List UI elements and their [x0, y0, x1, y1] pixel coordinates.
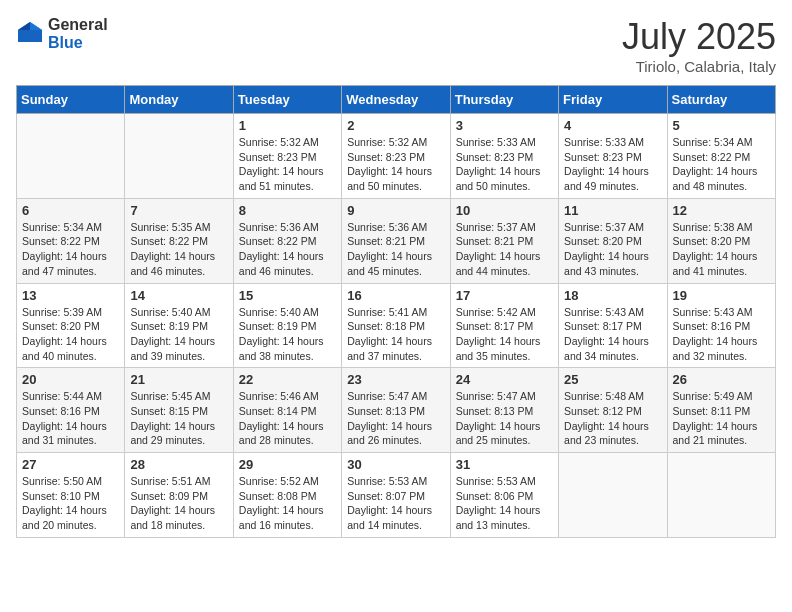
- calendar-header-sunday: Sunday: [17, 86, 125, 114]
- calendar-week-row: 27Sunrise: 5:50 AMSunset: 8:10 PMDayligh…: [17, 453, 776, 538]
- calendar-cell: 23Sunrise: 5:47 AMSunset: 8:13 PMDayligh…: [342, 368, 450, 453]
- cell-text: Sunrise: 5:36 AMSunset: 8:22 PMDaylight:…: [239, 220, 336, 279]
- calendar-cell: 7Sunrise: 5:35 AMSunset: 8:22 PMDaylight…: [125, 198, 233, 283]
- calendar-cell: [125, 114, 233, 199]
- day-number: 6: [22, 203, 119, 218]
- calendar-cell: 1Sunrise: 5:32 AMSunset: 8:23 PMDaylight…: [233, 114, 341, 199]
- calendar-cell: 19Sunrise: 5:43 AMSunset: 8:16 PMDayligh…: [667, 283, 775, 368]
- calendar-cell: 27Sunrise: 5:50 AMSunset: 8:10 PMDayligh…: [17, 453, 125, 538]
- cell-text: Sunrise: 5:48 AMSunset: 8:12 PMDaylight:…: [564, 389, 661, 448]
- cell-text: Sunrise: 5:35 AMSunset: 8:22 PMDaylight:…: [130, 220, 227, 279]
- calendar-cell: 31Sunrise: 5:53 AMSunset: 8:06 PMDayligh…: [450, 453, 558, 538]
- cell-text: Sunrise: 5:52 AMSunset: 8:08 PMDaylight:…: [239, 474, 336, 533]
- calendar-cell: [559, 453, 667, 538]
- calendar-cell: 30Sunrise: 5:53 AMSunset: 8:07 PMDayligh…: [342, 453, 450, 538]
- day-number: 15: [239, 288, 336, 303]
- cell-text: Sunrise: 5:32 AMSunset: 8:23 PMDaylight:…: [239, 135, 336, 194]
- day-number: 12: [673, 203, 770, 218]
- cell-text: Sunrise: 5:43 AMSunset: 8:17 PMDaylight:…: [564, 305, 661, 364]
- cell-text: Sunrise: 5:44 AMSunset: 8:16 PMDaylight:…: [22, 389, 119, 448]
- day-number: 13: [22, 288, 119, 303]
- cell-text: Sunrise: 5:39 AMSunset: 8:20 PMDaylight:…: [22, 305, 119, 364]
- cell-text: Sunrise: 5:36 AMSunset: 8:21 PMDaylight:…: [347, 220, 444, 279]
- cell-text: Sunrise: 5:45 AMSunset: 8:15 PMDaylight:…: [130, 389, 227, 448]
- calendar-header-tuesday: Tuesday: [233, 86, 341, 114]
- calendar-cell: 24Sunrise: 5:47 AMSunset: 8:13 PMDayligh…: [450, 368, 558, 453]
- day-number: 27: [22, 457, 119, 472]
- day-number: 9: [347, 203, 444, 218]
- day-number: 2: [347, 118, 444, 133]
- day-number: 23: [347, 372, 444, 387]
- calendar-header-wednesday: Wednesday: [342, 86, 450, 114]
- calendar-table: SundayMondayTuesdayWednesdayThursdayFrid…: [16, 85, 776, 538]
- cell-text: Sunrise: 5:40 AMSunset: 8:19 PMDaylight:…: [130, 305, 227, 364]
- calendar-cell: [17, 114, 125, 199]
- logo-general-text: General: [48, 16, 108, 33]
- cell-text: Sunrise: 5:33 AMSunset: 8:23 PMDaylight:…: [456, 135, 553, 194]
- cell-text: Sunrise: 5:43 AMSunset: 8:16 PMDaylight:…: [673, 305, 770, 364]
- calendar-week-row: 6Sunrise: 5:34 AMSunset: 8:22 PMDaylight…: [17, 198, 776, 283]
- calendar-cell: 8Sunrise: 5:36 AMSunset: 8:22 PMDaylight…: [233, 198, 341, 283]
- cell-text: Sunrise: 5:47 AMSunset: 8:13 PMDaylight:…: [347, 389, 444, 448]
- cell-text: Sunrise: 5:37 AMSunset: 8:20 PMDaylight:…: [564, 220, 661, 279]
- day-number: 28: [130, 457, 227, 472]
- day-number: 16: [347, 288, 444, 303]
- day-number: 22: [239, 372, 336, 387]
- calendar-week-row: 20Sunrise: 5:44 AMSunset: 8:16 PMDayligh…: [17, 368, 776, 453]
- day-number: 25: [564, 372, 661, 387]
- calendar-cell: 13Sunrise: 5:39 AMSunset: 8:20 PMDayligh…: [17, 283, 125, 368]
- calendar-cell: 17Sunrise: 5:42 AMSunset: 8:17 PMDayligh…: [450, 283, 558, 368]
- day-number: 7: [130, 203, 227, 218]
- cell-text: Sunrise: 5:34 AMSunset: 8:22 PMDaylight:…: [22, 220, 119, 279]
- day-number: 31: [456, 457, 553, 472]
- calendar-cell: 29Sunrise: 5:52 AMSunset: 8:08 PMDayligh…: [233, 453, 341, 538]
- calendar-cell: 6Sunrise: 5:34 AMSunset: 8:22 PMDaylight…: [17, 198, 125, 283]
- cell-text: Sunrise: 5:50 AMSunset: 8:10 PMDaylight:…: [22, 474, 119, 533]
- calendar-cell: [667, 453, 775, 538]
- calendar-cell: 5Sunrise: 5:34 AMSunset: 8:22 PMDaylight…: [667, 114, 775, 199]
- cell-text: Sunrise: 5:41 AMSunset: 8:18 PMDaylight:…: [347, 305, 444, 364]
- cell-text: Sunrise: 5:34 AMSunset: 8:22 PMDaylight:…: [673, 135, 770, 194]
- calendar-cell: 4Sunrise: 5:33 AMSunset: 8:23 PMDaylight…: [559, 114, 667, 199]
- calendar-cell: 14Sunrise: 5:40 AMSunset: 8:19 PMDayligh…: [125, 283, 233, 368]
- day-number: 17: [456, 288, 553, 303]
- calendar-cell: 10Sunrise: 5:37 AMSunset: 8:21 PMDayligh…: [450, 198, 558, 283]
- cell-text: Sunrise: 5:46 AMSunset: 8:14 PMDaylight:…: [239, 389, 336, 448]
- calendar-header-thursday: Thursday: [450, 86, 558, 114]
- calendar-header-saturday: Saturday: [667, 86, 775, 114]
- cell-text: Sunrise: 5:38 AMSunset: 8:20 PMDaylight:…: [673, 220, 770, 279]
- cell-text: Sunrise: 5:42 AMSunset: 8:17 PMDaylight:…: [456, 305, 553, 364]
- cell-text: Sunrise: 5:32 AMSunset: 8:23 PMDaylight:…: [347, 135, 444, 194]
- day-number: 10: [456, 203, 553, 218]
- calendar-header-friday: Friday: [559, 86, 667, 114]
- day-number: 14: [130, 288, 227, 303]
- calendar-cell: 20Sunrise: 5:44 AMSunset: 8:16 PMDayligh…: [17, 368, 125, 453]
- day-number: 18: [564, 288, 661, 303]
- day-number: 1: [239, 118, 336, 133]
- calendar-header-row: SundayMondayTuesdayWednesdayThursdayFrid…: [17, 86, 776, 114]
- calendar-cell: 16Sunrise: 5:41 AMSunset: 8:18 PMDayligh…: [342, 283, 450, 368]
- calendar-cell: 26Sunrise: 5:49 AMSunset: 8:11 PMDayligh…: [667, 368, 775, 453]
- calendar-cell: 25Sunrise: 5:48 AMSunset: 8:12 PMDayligh…: [559, 368, 667, 453]
- title-block: July 2025 Tiriolo, Calabria, Italy: [622, 16, 776, 75]
- logo: General Blue: [16, 16, 108, 52]
- day-number: 29: [239, 457, 336, 472]
- calendar-header-monday: Monday: [125, 86, 233, 114]
- cell-text: Sunrise: 5:33 AMSunset: 8:23 PMDaylight:…: [564, 135, 661, 194]
- day-number: 21: [130, 372, 227, 387]
- calendar-week-row: 1Sunrise: 5:32 AMSunset: 8:23 PMDaylight…: [17, 114, 776, 199]
- day-number: 30: [347, 457, 444, 472]
- day-number: 4: [564, 118, 661, 133]
- day-number: 19: [673, 288, 770, 303]
- location-title: Tiriolo, Calabria, Italy: [622, 58, 776, 75]
- calendar-cell: 9Sunrise: 5:36 AMSunset: 8:21 PMDaylight…: [342, 198, 450, 283]
- svg-marker-2: [18, 22, 30, 30]
- svg-marker-1: [30, 22, 42, 30]
- day-number: 24: [456, 372, 553, 387]
- day-number: 5: [673, 118, 770, 133]
- calendar-cell: 15Sunrise: 5:40 AMSunset: 8:19 PMDayligh…: [233, 283, 341, 368]
- page-header: General Blue July 2025 Tiriolo, Calabria…: [16, 16, 776, 75]
- cell-text: Sunrise: 5:51 AMSunset: 8:09 PMDaylight:…: [130, 474, 227, 533]
- cell-text: Sunrise: 5:40 AMSunset: 8:19 PMDaylight:…: [239, 305, 336, 364]
- cell-text: Sunrise: 5:37 AMSunset: 8:21 PMDaylight:…: [456, 220, 553, 279]
